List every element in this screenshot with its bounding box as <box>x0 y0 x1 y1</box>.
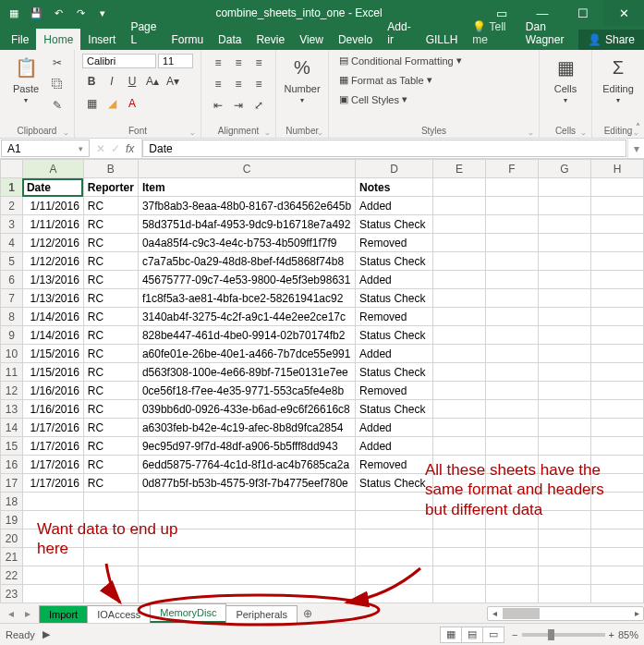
cell[interactable]: 1/15/2016 <box>22 363 83 382</box>
cell[interactable]: RC <box>83 474 138 493</box>
col-header-F[interactable]: F <box>485 160 538 178</box>
zoom-in-icon[interactable]: + <box>609 629 614 640</box>
cell[interactable] <box>433 566 486 585</box>
cell[interactable]: 828be447-461d-4be0-9914-02b70174fb2 <box>138 326 355 345</box>
cell[interactable] <box>538 345 590 363</box>
cell[interactable]: Removed <box>356 456 433 474</box>
cell[interactable]: 37fb8ab3-8eaa-48b0-8167-d364562e645b <box>138 197 355 215</box>
align-right-icon[interactable]: ≡ <box>249 75 268 93</box>
cell[interactable]: 45675777-09c7-4e53-9800-4e5f3eb98631 <box>138 271 355 289</box>
cell[interactable]: 1/12/2016 <box>22 252 83 271</box>
tab-insert[interactable]: Insert <box>80 29 123 50</box>
cell[interactable] <box>356 585 433 603</box>
cell[interactable] <box>433 271 486 289</box>
cell[interactable] <box>485 252 538 271</box>
cell[interactable] <box>485 437 538 456</box>
cell[interactable]: 1/17/2016 <box>22 456 83 474</box>
cell[interactable] <box>433 529 486 548</box>
cell[interactable]: Status Check <box>356 400 433 419</box>
scroll-thumb[interactable] <box>503 608 540 619</box>
cell[interactable]: RC <box>83 252 138 271</box>
cell[interactable]: RC <box>83 308 138 326</box>
cancel-fx-icon[interactable]: ✕ <box>96 142 105 155</box>
row-header-21[interactable]: 21 <box>1 548 23 566</box>
cell[interactable]: 0a4a85f4-c9c3-4e4c-b753-4b509ff1f7f9 <box>138 234 355 252</box>
cell[interactable] <box>83 511 138 529</box>
enter-fx-icon[interactable]: ✓ <box>111 142 120 155</box>
cell[interactable] <box>433 215 486 234</box>
editing-button[interactable]: Σ Editing▾ <box>600 54 637 104</box>
underline-button[interactable]: U <box>123 72 141 91</box>
cell-C1[interactable]: Item <box>138 178 355 197</box>
cell[interactable] <box>485 234 538 252</box>
cell[interactable]: 1/17/2016 <box>22 419 83 437</box>
row-header-8[interactable]: 8 <box>1 308 23 326</box>
row-header-2[interactable]: 2 <box>1 197 23 215</box>
italic-button[interactable]: I <box>103 72 121 91</box>
cells-button[interactable]: ▦ Cells▾ <box>547 54 584 104</box>
cell[interactable]: RC <box>83 382 138 400</box>
cell[interactable] <box>138 511 355 529</box>
cell[interactable]: Status Check <box>356 363 433 382</box>
cell[interactable]: RC <box>83 234 138 252</box>
decrease-indent-icon[interactable]: ⇤ <box>209 96 227 115</box>
copy-icon[interactable]: ⿻ <box>48 75 67 93</box>
align-bottom-icon[interactable]: ≡ <box>249 54 268 72</box>
tab-review[interactable]: Revie <box>249 29 292 50</box>
cell[interactable] <box>538 308 590 326</box>
cell[interactable] <box>538 363 590 382</box>
row-header-12[interactable]: 12 <box>1 382 23 400</box>
cell[interactable] <box>485 215 538 234</box>
zoom-control[interactable]: − + 85% <box>512 629 638 640</box>
cell[interactable] <box>538 437 590 456</box>
cell[interactable]: 1/15/2016 <box>22 345 83 363</box>
cell[interactable] <box>538 382 590 400</box>
cell[interactable] <box>83 493 138 511</box>
font-grow-icon[interactable]: A▴ <box>143 72 162 91</box>
sheet-nav-first-icon[interactable]: ◂ <box>4 607 18 620</box>
cell[interactable] <box>538 474 590 493</box>
view-normal-icon[interactable]: ▦ <box>440 627 462 643</box>
cell[interactable] <box>138 566 355 585</box>
formula-input[interactable]: Date <box>142 140 626 157</box>
number-format-button[interactable]: % Number▾ <box>284 54 321 104</box>
zoom-out-icon[interactable]: − <box>512 629 517 640</box>
cell[interactable] <box>83 566 138 585</box>
macro-record-icon[interactable]: ▶ <box>43 628 50 640</box>
cell-A1[interactable]: Date <box>22 178 83 197</box>
cell[interactable]: Added <box>356 419 433 437</box>
cell[interactable] <box>83 548 138 566</box>
tab-pagelayout[interactable]: Page L <box>123 16 164 50</box>
cell[interactable]: 1/11/2016 <box>22 197 83 215</box>
cell[interactable] <box>485 456 538 474</box>
cell[interactable] <box>22 585 83 603</box>
cell[interactable] <box>485 474 538 493</box>
cell[interactable]: Status Check <box>356 326 433 345</box>
cell[interactable]: 1/11/2016 <box>22 215 83 234</box>
cell[interactable] <box>538 234 590 252</box>
cell[interactable]: 1/17/2016 <box>22 474 83 493</box>
cell[interactable]: 1/14/2016 <box>22 308 83 326</box>
cell-B1[interactable]: Reporter <box>83 178 138 197</box>
row-header-22[interactable]: 22 <box>1 566 23 585</box>
cell[interactable]: 9ec95d97-9f7d-48df-a906-5b5fff8dd943 <box>138 437 355 456</box>
cell[interactable] <box>590 566 643 585</box>
cell[interactable] <box>433 437 486 456</box>
cell[interactable]: Status Check <box>356 215 433 234</box>
fx-icon[interactable]: fx <box>126 142 134 155</box>
cell[interactable]: Removed <box>356 308 433 326</box>
align-middle-icon[interactable]: ≡ <box>229 54 248 72</box>
cell-D1[interactable]: Notes <box>356 178 433 197</box>
cell[interactable]: RC <box>83 326 138 345</box>
cell[interactable] <box>538 215 590 234</box>
cell[interactable] <box>485 289 538 308</box>
redo-icon[interactable]: ↷ <box>72 5 89 21</box>
cell[interactable] <box>485 308 538 326</box>
tab-formulas[interactable]: Formu <box>164 29 211 50</box>
cell[interactable]: 3140ab4f-3275-4c2f-a9c1-44e2ee2ce17c <box>138 308 355 326</box>
cell[interactable] <box>485 548 538 566</box>
paste-button[interactable]: 📋 Paste▾ <box>7 54 44 104</box>
cell[interactable] <box>538 252 590 271</box>
row-header-14[interactable]: 14 <box>1 419 23 437</box>
cell-styles-button[interactable]: ▣Cell Styles ▾ <box>336 92 410 106</box>
